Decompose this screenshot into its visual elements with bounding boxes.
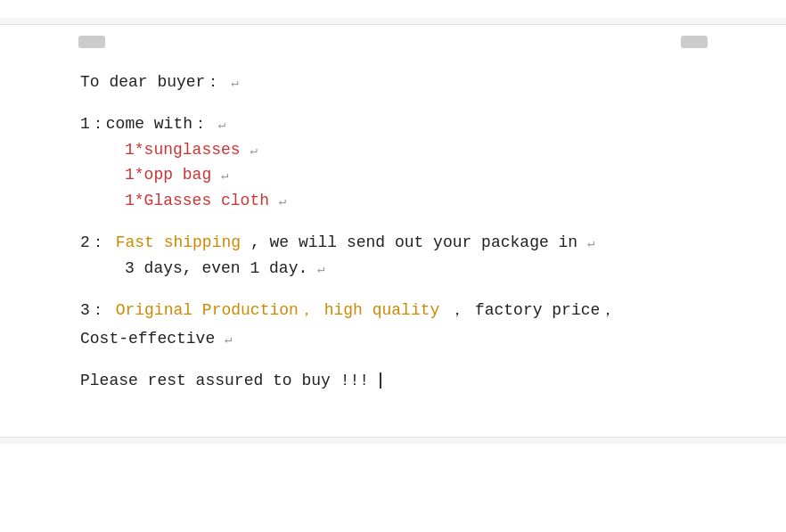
closing-text: Please rest assured to buy !!! [80, 372, 369, 389]
return-4: ↵ [221, 168, 228, 183]
return-5: ↵ [279, 194, 286, 209]
greeting-text: To dear buyer： [80, 73, 221, 91]
section1-label: 1：come with： [80, 115, 209, 133]
section2-label: 2： [80, 233, 106, 251]
content-area: To dear buyer： ↵ 1：come with： ↵ 1*sungla… [0, 61, 786, 428]
return-3: ↵ [250, 143, 257, 158]
closing-paragraph: Please rest assured to buy !!! [80, 368, 706, 394]
section3-label: 3： [80, 301, 106, 319]
item3-text: 1*Glasses cloth [125, 192, 269, 209]
item1-line: 1*sunglasses ↵ [80, 137, 706, 163]
section3-line1: 3： Original Production， high quality ， f… [80, 298, 706, 323]
section2-line2: 3 days, even 1 day. ↵ [80, 256, 706, 282]
top-bar [0, 18, 786, 25]
item3-line: 1*Glasses cloth ↵ [80, 188, 706, 214]
section2-paragraph: 2： Fast shipping , we will send out your… [80, 230, 706, 282]
return-7: ↵ [317, 262, 324, 276]
section1-paragraph: 1：come with： ↵ 1*sunglasses ↵ 1*opp bag … [80, 111, 706, 214]
top-navigation [0, 34, 786, 52]
section2-line1: 2： Fast shipping , we will send out your… [80, 230, 706, 256]
return-8: ↵ [225, 332, 232, 347]
section3-text1: ， factory price， [449, 301, 616, 319]
section3-line2: Cost-effective ↵ [80, 326, 706, 352]
section3-text2: Cost-effective [80, 330, 215, 348]
section2-text2: 3 days, even 1 day. [125, 259, 307, 277]
section3-paragraph: 3： Original Production， high quality ， f… [80, 298, 706, 353]
return-2: ↵ [218, 118, 225, 132]
section2-text1: , we will send out your package in [250, 233, 577, 251]
section2-highlight: Fast shipping [116, 233, 241, 251]
text-cursor [380, 372, 381, 389]
return-6: ↵ [587, 236, 594, 250]
item2-line: 1*opp bag ↵ [80, 162, 706, 188]
back-button[interactable] [78, 36, 105, 48]
section1-label-line: 1：come with： ↵ [80, 111, 706, 137]
menu-button[interactable] [681, 36, 708, 48]
return-1: ↵ [231, 76, 238, 90]
item2-text: 1*opp bag [125, 166, 211, 184]
bottom-bar [0, 437, 786, 444]
item1-text: 1*sunglasses [125, 141, 241, 159]
greeting-paragraph: To dear buyer： ↵ [80, 70, 706, 95]
section3-highlight1: Original Production， high quality [116, 301, 440, 319]
